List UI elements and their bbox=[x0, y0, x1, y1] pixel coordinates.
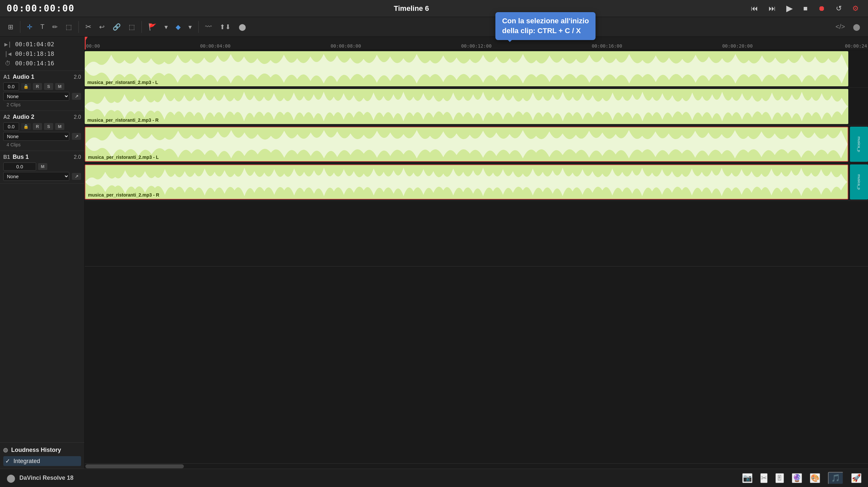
track-a1-send-button[interactable]: ↗ bbox=[72, 93, 81, 100]
track-a2-r-clip[interactable]: musica_per_ristoranti_2.mp3 - R bbox=[85, 164, 848, 199]
track-b1-send-button[interactable]: ↗ bbox=[72, 173, 81, 180]
clip-a1-l-label: musica_per_ristoranti_2.mp3 - L bbox=[87, 80, 158, 85]
record-button[interactable]: ⏺ bbox=[815, 3, 828, 14]
track-a1-m-button[interactable]: M bbox=[55, 83, 64, 90]
out-point-icon: |◀ bbox=[4, 50, 12, 57]
track-a2-gain: 2.0 bbox=[74, 114, 81, 120]
track-b1-volume[interactable] bbox=[3, 162, 36, 171]
track-a1-volume[interactable] bbox=[3, 83, 19, 91]
timecode-in: ▶| 00:01:04:02 bbox=[4, 39, 81, 49]
color-icon[interactable]: 🎨 bbox=[810, 473, 820, 483]
stop-button[interactable]: ■ bbox=[801, 3, 810, 14]
loudness-integrated-item[interactable]: ✓ Integrated bbox=[3, 456, 81, 466]
scrollbar-thumb[interactable] bbox=[85, 464, 184, 468]
loudness-check-icon: ✓ bbox=[5, 457, 10, 465]
track-b1-controls: M bbox=[3, 162, 81, 171]
tracks-scroll[interactable]: musica_per_ristoranti_2.mp3 - L musica_p… bbox=[85, 50, 868, 463]
track-a2-r-button[interactable]: R bbox=[33, 123, 42, 130]
timeline-area: 00:00:00:00 00:00:04:00 00:00:08:00 00:0… bbox=[85, 37, 868, 468]
waveform-a2-l bbox=[85, 127, 848, 161]
pen-tool-button[interactable]: ✏ bbox=[50, 21, 60, 33]
track-a2-m-button[interactable]: M bbox=[55, 123, 64, 130]
toolbar-sep-3 bbox=[142, 21, 142, 33]
ruler-mark-3: 00:00:12:00 bbox=[461, 43, 492, 48]
loudness-section: Loudness History ✓ Integrated bbox=[0, 442, 84, 468]
toolbar: ⊞ ✛ T ✏ ⬚ ✂ ↩ 🔗 ⬚ 🚩 ▾ ◆ ▾ 〰 ⬆⬇ ⬤ </> ⬤ bbox=[0, 17, 868, 37]
track-a2-s-button[interactable]: S bbox=[44, 123, 53, 130]
track-a1-r-button[interactable]: R bbox=[33, 83, 42, 90]
track-b1-name: Bus 1 bbox=[12, 154, 29, 160]
audio-dot-button[interactable]: ⬤ bbox=[236, 21, 249, 33]
loop-button[interactable]: ↺ bbox=[833, 3, 844, 14]
ruler-mark-2: 00:00:08:00 bbox=[331, 43, 361, 48]
selection-tool-button[interactable]: ⬚ bbox=[63, 21, 74, 33]
track-b1-header: B1 Bus 1 2.0 M None ↗ bbox=[0, 151, 84, 184]
play-button[interactable]: ▶ bbox=[784, 2, 796, 15]
edit-icon[interactable]: 🎚 bbox=[775, 473, 784, 483]
box-tool-button[interactable]: ⬚ bbox=[126, 21, 137, 33]
audio-gain-button[interactable]: ⬆⬇ bbox=[217, 21, 234, 33]
grid-tool-button[interactable]: ⊞ bbox=[5, 21, 16, 33]
track-a2-volume[interactable] bbox=[3, 122, 19, 131]
fairlight-icon[interactable]: 🎵 bbox=[828, 472, 843, 484]
razor-tool-button[interactable]: ✂ bbox=[83, 21, 94, 33]
ruler-mark-6: 00:00:24:00 bbox=[845, 43, 868, 48]
track-b1-fx-dropdown[interactable]: None bbox=[3, 172, 69, 181]
track-a1-name: Audio 1 bbox=[12, 73, 34, 80]
bottom-bar: ⬤ DaVinci Resolve 18 📷 ✂ 🎚 🔮 🎨 🎵 🚀 bbox=[0, 468, 868, 487]
track-a2-send-button[interactable]: ↗ bbox=[72, 133, 81, 140]
ruler-mark-5: 00:00:20:00 bbox=[722, 43, 753, 48]
track-a2-l-clip[interactable]: musica_per_ristoranti_2.mp3 - L bbox=[85, 127, 848, 162]
flag-button[interactable]: 🚩 bbox=[146, 21, 159, 33]
code-view-button[interactable]: </> bbox=[833, 21, 848, 32]
track-a2-l-row: musica_per_ristoranti_2.mp3 - L musica_p bbox=[85, 125, 868, 163]
clip-a2-l-label: musica_per_ristoranti_2.mp3 - L bbox=[88, 155, 159, 160]
track-a1-r-clip[interactable]: musica_per_ristoranti_2.mp3 - R bbox=[85, 89, 848, 124]
text-tool-button[interactable]: T bbox=[38, 21, 47, 32]
toolbar-sep-1 bbox=[20, 21, 20, 33]
track-a1-header: A1 Audio 1 2.0 🔒 R S M None ↗ bbox=[0, 71, 84, 111]
track-a1-l-clip[interactable]: musica_per_ristoranti_2.mp3 - L bbox=[85, 51, 848, 86]
cursor-tool-button[interactable]: ✛ bbox=[24, 21, 35, 33]
playhead[interactable] bbox=[85, 37, 86, 50]
track-a2-r-overflow-clip[interactable]: musica_p bbox=[850, 164, 868, 199]
timecode-in-value: 00:01:04:02 bbox=[15, 41, 54, 47]
track-a1-lock-button[interactable]: 🔒 bbox=[21, 83, 31, 90]
arc-tool-button[interactable]: ↩ bbox=[96, 21, 107, 33]
track-a2-l-overflow-clip[interactable]: musica_p bbox=[850, 127, 868, 162]
go-to-start-button[interactable]: ⏮ bbox=[748, 3, 761, 14]
fusion-icon[interactable]: 🔮 bbox=[792, 473, 802, 483]
loudness-header: Loudness History bbox=[3, 447, 81, 454]
track-b1-m-button[interactable]: M bbox=[38, 163, 47, 170]
marker-dropdown-button[interactable]: ▾ bbox=[186, 21, 194, 33]
waveform-a1-r bbox=[85, 89, 848, 124]
ruler-mark-4: 00:00:16:00 bbox=[592, 43, 622, 48]
media-pool-icon[interactable]: 📷 bbox=[742, 473, 752, 483]
timeline-scrollbar[interactable] bbox=[85, 463, 868, 468]
track-a1-s-button[interactable]: S bbox=[44, 83, 53, 90]
settings-icon[interactable]: ⚙ bbox=[849, 3, 862, 14]
track-a1-dropdown-row: None ↗ bbox=[3, 92, 81, 101]
track-a2-fx-dropdown[interactable]: None bbox=[3, 132, 69, 141]
track-a2-lock-button[interactable]: 🔒 bbox=[21, 123, 31, 130]
waveform-button[interactable]: 〰 bbox=[203, 21, 214, 32]
timecode-duration-value: 00:00:14:16 bbox=[15, 60, 54, 67]
track-a1-controls: 🔒 R S M bbox=[3, 83, 81, 91]
loudness-title: Loudness History bbox=[11, 447, 61, 454]
timeline-name: Timeline 6 bbox=[394, 4, 429, 13]
link-tool-button[interactable]: 🔗 bbox=[110, 21, 123, 33]
track-a1-id: A1 bbox=[3, 74, 10, 80]
timeline-ruler: 00:00:00:00 00:00:04:00 00:00:08:00 00:0… bbox=[85, 37, 868, 50]
marker-button[interactable]: ◆ bbox=[173, 21, 183, 33]
track-b1-dropdown-row: None ↗ bbox=[3, 172, 81, 181]
cut-icon[interactable]: ✂ bbox=[760, 473, 768, 483]
track-a1-fx-dropdown[interactable]: None bbox=[3, 92, 69, 101]
flag-dropdown-button[interactable]: ▾ bbox=[162, 21, 170, 33]
timecode-out: |◀ 00:01:18:18 bbox=[4, 49, 81, 58]
waveform-a2-r bbox=[85, 165, 848, 199]
loudness-integrated-label: Integrated bbox=[13, 458, 40, 465]
deliver-icon[interactable]: 🚀 bbox=[851, 473, 862, 483]
fast-forward-button[interactable]: ⏭ bbox=[766, 3, 778, 14]
end-dot-button[interactable]: ⬤ bbox=[850, 21, 863, 33]
track-a2-controls: 🔒 R S M bbox=[3, 122, 81, 131]
